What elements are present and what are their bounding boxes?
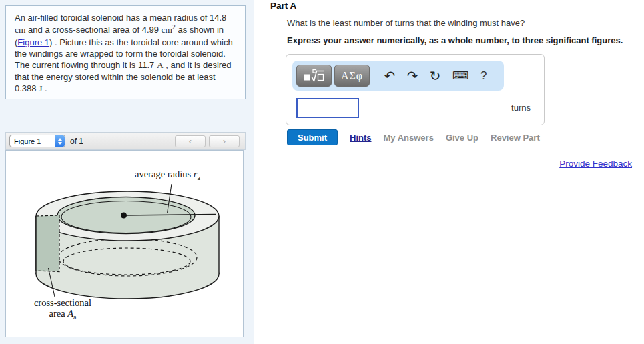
answer-actions: Submit Hints My Answers Give Up Review P… bbox=[287, 129, 540, 145]
answer-input[interactable] bbox=[296, 98, 359, 118]
figure-canvas: average radius ra cross-sectionalarea Aa bbox=[5, 150, 244, 337]
question-text: What is the least number of turns that t… bbox=[287, 18, 525, 28]
keyboard-icon[interactable]: ⌨ bbox=[452, 70, 469, 81]
redo-icon[interactable]: ↷ bbox=[407, 69, 418, 83]
average-radius-label: average radius ra bbox=[135, 169, 200, 181]
submit-button[interactable]: Submit bbox=[287, 129, 338, 145]
unit-cm2: cm bbox=[162, 25, 173, 35]
problem-statement: An air-filled toroidal solenoid has a me… bbox=[5, 5, 246, 99]
answer-module: ΑΣφ ↶ ↷ ↻ ⌨ ? turns bbox=[286, 54, 545, 125]
problem-text: . bbox=[42, 83, 47, 93]
figure-select-dropdown[interactable]: Figure 1 bbox=[9, 135, 65, 147]
figure-toolbar: Figure 1 of 1 ‹ › bbox=[5, 132, 246, 150]
part-a-section: Part A What is the least number of turns… bbox=[255, 0, 644, 344]
provide-feedback-link[interactable]: Provide Feedback bbox=[559, 159, 632, 169]
equation-toolbar: ΑΣφ ↶ ↷ ↻ ⌨ ? bbox=[292, 61, 504, 91]
review-part-link[interactable]: Review Part bbox=[491, 133, 540, 143]
problem-text: An air-filled toroidal solenoid has a me… bbox=[15, 13, 226, 23]
problem-text: and a cross-sectional area of 4.99 bbox=[26, 25, 162, 35]
greek-symbols-button[interactable]: ΑΣφ bbox=[334, 65, 370, 87]
give-up-link[interactable]: Give Up bbox=[446, 133, 478, 143]
undo-icon[interactable]: ↶ bbox=[384, 69, 395, 83]
help-icon[interactable]: ? bbox=[480, 70, 487, 81]
item-left-panel: An air-filled toroidal solenoid has a me… bbox=[0, 0, 254, 344]
toolbar-icons: ↶ ↷ ↻ ⌨ ? bbox=[372, 69, 499, 83]
figure-next-button[interactable]: › bbox=[209, 135, 240, 147]
equation-editor-button[interactable] bbox=[296, 65, 332, 87]
figure-1-link[interactable]: Figure 1 bbox=[17, 37, 49, 47]
select-stepper-icon bbox=[55, 135, 65, 147]
my-answers-link[interactable]: My Answers bbox=[384, 133, 434, 143]
figure-select-value: Figure 1 bbox=[10, 137, 55, 145]
figure-prev-button[interactable]: ‹ bbox=[175, 135, 206, 147]
answer-unit-label: turns bbox=[511, 103, 531, 113]
answer-instruction: Express your answer numerically, as a wh… bbox=[287, 35, 623, 45]
part-title: Part A bbox=[270, 1, 296, 11]
figure-count-label: of 1 bbox=[70, 137, 83, 146]
center-dot bbox=[121, 213, 127, 219]
mastering-physics-page: An air-filled toroidal solenoid has a me… bbox=[0, 0, 644, 344]
cross-sectional-area-label: cross-sectionalarea Aa bbox=[25, 297, 101, 321]
equation-editor-icon bbox=[302, 68, 326, 84]
hints-link[interactable]: Hints bbox=[350, 133, 372, 143]
unit-ampere: A bbox=[157, 60, 164, 70]
reset-icon[interactable]: ↻ bbox=[430, 69, 441, 83]
unit-cm: cm bbox=[15, 25, 26, 35]
figure-nav-buttons: ‹ › bbox=[175, 135, 240, 147]
